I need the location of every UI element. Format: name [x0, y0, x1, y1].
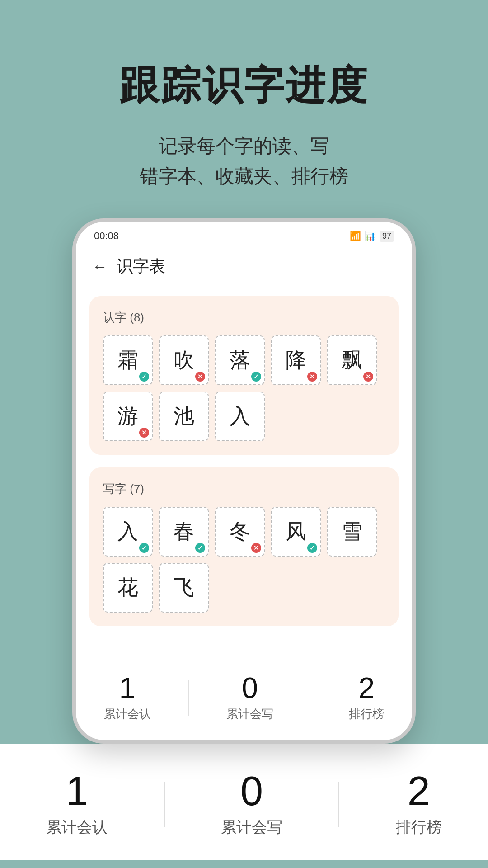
status-green	[251, 372, 261, 382]
subtitle-line2: 错字本、收藏夹、排行榜	[140, 161, 348, 191]
stat-write: 0 累计会写	[226, 674, 273, 722]
signal-icon: 📊	[365, 231, 376, 241]
top-section: 跟踪识字进度 记录每个字的读、写 错字本、收藏夹、排行榜	[0, 0, 488, 218]
outer-stat-recognize-number: 1	[66, 771, 88, 811]
content-area: 认字 (8) 霜 吹 落 降	[76, 287, 412, 657]
phone-frame: 00:08 📶 📊 97 ← 识字表 认字 (8) 霜	[72, 218, 416, 744]
char-cell[interactable]: 冬	[215, 507, 265, 557]
status-red	[363, 372, 373, 382]
stat-rank-label: 排行榜	[349, 706, 384, 722]
stat-rank: 2 排行榜	[349, 674, 384, 722]
char-cell[interactable]: 霜	[103, 335, 153, 385]
nav-bar: ← 识字表	[76, 246, 412, 287]
outer-stat-write: 0 累计会写	[221, 771, 282, 838]
char-cell[interactable]: 风	[271, 507, 321, 557]
char-cell[interactable]: 春	[159, 507, 209, 557]
outer-stat-rank: 2 排行榜	[396, 771, 442, 838]
char-cell[interactable]: 飞	[159, 563, 209, 613]
stat-write-number: 0	[242, 674, 258, 703]
outer-stat-rank-number: 2	[408, 771, 430, 811]
char-cell[interactable]: 落	[215, 335, 265, 385]
char-cell[interactable]: 花	[103, 563, 153, 613]
stat-divider	[188, 680, 189, 716]
battery-icon: 97	[380, 231, 394, 242]
outer-stat-recognize: 1 累计会认	[46, 771, 108, 838]
char-cell[interactable]: 入	[103, 507, 153, 557]
stat-rank-number: 2	[359, 674, 375, 703]
nav-title: 识字表	[117, 255, 165, 278]
write-label: 写字 (7)	[103, 481, 385, 497]
outer-stats-section: 1 累计会认 0 累计会写 2 排行榜	[0, 744, 488, 860]
wifi-icon: 📶	[350, 231, 361, 241]
outer-stat-rank-label: 排行榜	[396, 817, 442, 838]
outer-stat-recognize-label: 累计会认	[46, 817, 108, 838]
status-red	[307, 372, 317, 382]
phone-mockup: 00:08 📶 📊 97 ← 识字表 认字 (8) 霜	[72, 218, 416, 744]
phone-stats-bar: 1 累计会认 0 累计会写 2 排行榜	[76, 657, 412, 740]
write-grid: 入 春 冬 风 雪	[103, 507, 385, 613]
char-cell[interactable]: 降	[271, 335, 321, 385]
status-green	[307, 543, 317, 553]
outer-stat-write-label: 累计会写	[221, 817, 282, 838]
recognize-label: 认字 (8)	[103, 310, 385, 326]
status-time: 00:08	[94, 230, 119, 242]
char-cell[interactable]: 吹	[159, 335, 209, 385]
status-red	[251, 543, 261, 553]
recognize-section: 认字 (8) 霜 吹 落 降	[89, 296, 399, 455]
outer-divider-2	[338, 782, 339, 827]
subtitle: 记录每个字的读、写 错字本、收藏夹、排行榜	[140, 131, 348, 191]
char-cell[interactable]: 入	[215, 392, 265, 441]
status-green	[195, 543, 205, 553]
write-section: 写字 (7) 入 春 冬 风	[89, 467, 399, 626]
recognize-grid: 霜 吹 落 降 飘	[103, 335, 385, 441]
status-icons: 📶 📊 97	[350, 231, 394, 242]
outer-divider-1	[164, 782, 165, 827]
char-cell[interactable]: 池	[159, 392, 209, 441]
stat-recognize-number: 1	[119, 674, 136, 703]
outer-stat-write-number: 0	[240, 771, 263, 811]
stat-recognize: 1 累计会认	[104, 674, 151, 722]
status-green	[139, 543, 149, 553]
stat-divider-2	[311, 680, 311, 716]
status-bar: 00:08 📶 📊 97	[76, 222, 412, 246]
char-cell[interactable]: 雪	[327, 507, 377, 557]
main-title: 跟踪识字进度	[119, 59, 369, 113]
status-green	[139, 372, 149, 382]
subtitle-line1: 记录每个字的读、写	[140, 131, 348, 161]
stat-recognize-label: 累计会认	[104, 706, 151, 722]
stat-write-label: 累计会写	[226, 706, 273, 722]
status-red	[139, 428, 149, 438]
char-cell[interactable]: 飘	[327, 335, 377, 385]
status-red	[195, 372, 205, 382]
back-button[interactable]: ←	[92, 258, 108, 275]
char-cell[interactable]: 游	[103, 392, 153, 441]
